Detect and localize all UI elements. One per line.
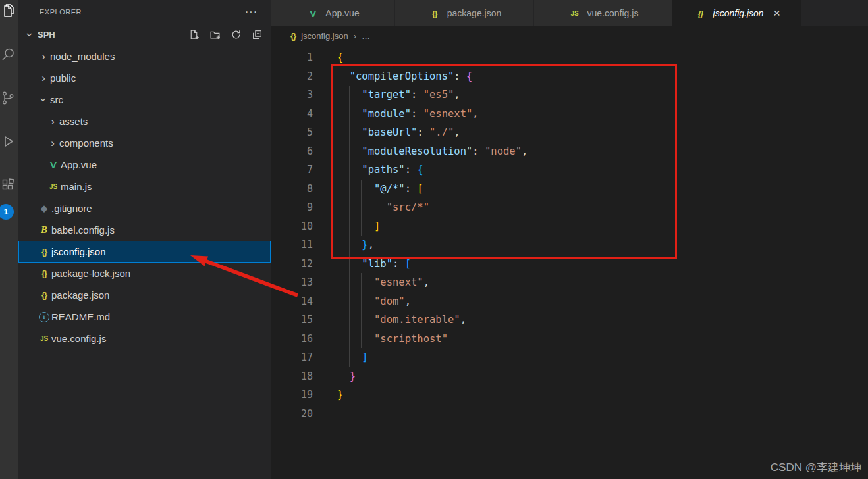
tab-package.json[interactable]: {}package.json [395, 0, 534, 26]
js-file-icon: JS [37, 335, 51, 342]
file-label: package-lock.json [51, 268, 130, 279]
file-label: src [50, 94, 63, 105]
explorer-header: EXPLORER ··· [18, 0, 271, 24]
code-line[interactable]: 4 "module": "esnext", [271, 105, 868, 124]
js-file-icon: JS [46, 183, 61, 190]
chevron-right-icon: › [46, 138, 59, 149]
code-line[interactable]: 6 "moduleResolution": "node", [271, 142, 868, 161]
activity-item-run-debug[interactable] [0, 130, 18, 153]
breadcrumb-separator-icon: › [354, 31, 356, 41]
code-line[interactable]: 14 "dom", [271, 292, 868, 311]
code-line[interactable]: 10 ] [271, 217, 868, 236]
code-line[interactable]: 9 "src/*" [271, 198, 868, 217]
code-line[interactable]: 5 "baseUrl": "./", [271, 123, 868, 142]
line-number: 11 [271, 236, 313, 255]
sidebar-item-.gitignore[interactable]: ◆.gitignore [18, 197, 271, 219]
tab-vue.config.js[interactable]: JSvue.config.js [534, 0, 672, 26]
activity-item-explorer[interactable] [0, 0, 18, 22]
chevron-right-icon: › [46, 116, 59, 127]
line-number: 19 [271, 386, 313, 405]
explorer-title: EXPLORER [40, 8, 82, 16]
indent-guide [373, 198, 373, 217]
sidebar-item-vue.config.js[interactable]: JSvue.config.js [18, 328, 271, 349]
line-number: 18 [271, 367, 313, 386]
new-file-button[interactable] [188, 29, 200, 40]
code-line[interactable]: 18 } [271, 367, 868, 386]
line-number: 13 [271, 273, 313, 292]
file-label: components [59, 138, 113, 149]
line-number: 8 [271, 180, 313, 199]
code-line[interactable]: 16 "scripthost" [271, 330, 868, 349]
breadcrumb-file: jsconfig.json [301, 31, 348, 41]
code-line[interactable]: 13 "esnext", [271, 273, 868, 292]
code-line[interactable]: 1{ [271, 48, 868, 67]
sidebar-item-public[interactable]: ›public [18, 67, 271, 89]
line-number: 17 [271, 348, 313, 367]
file-label: jsconfig.json [51, 246, 106, 257]
line-number: 3 [271, 86, 313, 105]
collapse-all-button[interactable] [252, 29, 263, 40]
sidebar-item-package.json[interactable]: {}package.json [18, 284, 271, 306]
more-actions-icon[interactable]: ··· [245, 6, 258, 18]
line-number: 14 [271, 292, 313, 311]
breadcrumb[interactable]: {} jsconfig.json › … [271, 26, 868, 45]
sidebar-item-main.js[interactable]: JSmain.js [18, 176, 271, 197]
tab-label: vue.config.js [587, 8, 639, 18]
code-line[interactable]: 7 "paths": { [271, 161, 868, 180]
chevron-down-icon: › [24, 28, 36, 41]
sidebar-item-babel.config.js[interactable]: Bbabel.config.js [18, 219, 271, 241]
project-section-header[interactable]: › SPH [18, 24, 271, 45]
activity-item-search[interactable] [0, 43, 18, 66]
json-file-icon: {} [290, 31, 296, 41]
line-number: 15 [271, 311, 313, 330]
indent-guide [361, 180, 362, 236]
sidebar-item-src[interactable]: ›src [18, 89, 271, 111]
file-label: vue.config.js [51, 333, 106, 344]
file-label: babel.config.js [51, 224, 115, 236]
tab-App.vue[interactable]: VApp.vue [271, 0, 395, 26]
babel-file-icon: B [37, 224, 51, 236]
sidebar-item-App.vue[interactable]: VApp.vue [18, 154, 271, 176]
code-line[interactable]: 11 }, [271, 236, 868, 255]
line-number: 10 [271, 217, 313, 236]
breadcrumb-more: … [362, 31, 370, 41]
code-line[interactable]: 20 [271, 405, 868, 424]
code-line[interactable]: 8 "@/*": [ [271, 180, 868, 199]
sidebar-item-jsconfig.json[interactable]: {}jsconfig.json [18, 241, 271, 263]
close-icon[interactable]: ✕ [773, 8, 781, 18]
js-file-icon: JS [568, 10, 582, 17]
file-label: public [50, 72, 76, 84]
info-file-icon: i [37, 312, 51, 322]
file-label: package.json [51, 290, 109, 301]
sidebar-item-node_modules[interactable]: ›node_modules [18, 45, 271, 67]
code-editor[interactable]: 1{2 "compilerOptions": {3 "target": "es5… [271, 45, 868, 423]
sidebar-item-components[interactable]: ›components [18, 132, 271, 154]
code-line[interactable]: 3 "target": "es5", [271, 86, 868, 105]
refresh-button[interactable] [231, 29, 242, 40]
line-number: 6 [271, 142, 313, 161]
sidebar-item-package-lock.json[interactable]: {}package-lock.json [18, 263, 271, 284]
code-line[interactable]: 2 "compilerOptions": { [271, 67, 868, 86]
activity-item-extensions[interactable] [0, 174, 18, 196]
tab-jsconfig.json[interactable]: {}jsconfig.json✕ [672, 0, 802, 26]
code-line[interactable]: 15 "dom.iterable", [271, 311, 868, 330]
explorer-sidebar: EXPLORER ··· › SPH ›node_modules›public›… [18, 0, 271, 479]
code-line[interactable]: 17 ] [271, 348, 868, 367]
vue-file-icon: V [46, 159, 61, 170]
activity-item-source-control[interactable] [0, 87, 18, 109]
line-number: 2 [271, 67, 313, 86]
editor-group: VApp.vue{}package.jsonJSvue.config.js{}j… [271, 0, 868, 479]
file-tree: ›node_modules›public›src›assets›componen… [18, 45, 271, 349]
code-line[interactable]: 12 "lib": [ [271, 255, 868, 274]
tab-label: package.json [447, 8, 502, 18]
indent-guide [361, 273, 362, 348]
new-folder-button[interactable] [209, 29, 221, 40]
line-number: 16 [271, 330, 313, 349]
sidebar-item-README.md[interactable]: iREADME.md [18, 306, 271, 328]
vscode-window: 1 EXPLORER ··· › SPH ›node_modules›publi… [0, 0, 868, 479]
code-line[interactable]: 19} [271, 386, 868, 405]
file-label: main.js [61, 181, 92, 192]
project-name: SPH [38, 30, 55, 39]
file-label: assets [59, 116, 88, 127]
sidebar-item-assets[interactable]: ›assets [18, 111, 271, 132]
